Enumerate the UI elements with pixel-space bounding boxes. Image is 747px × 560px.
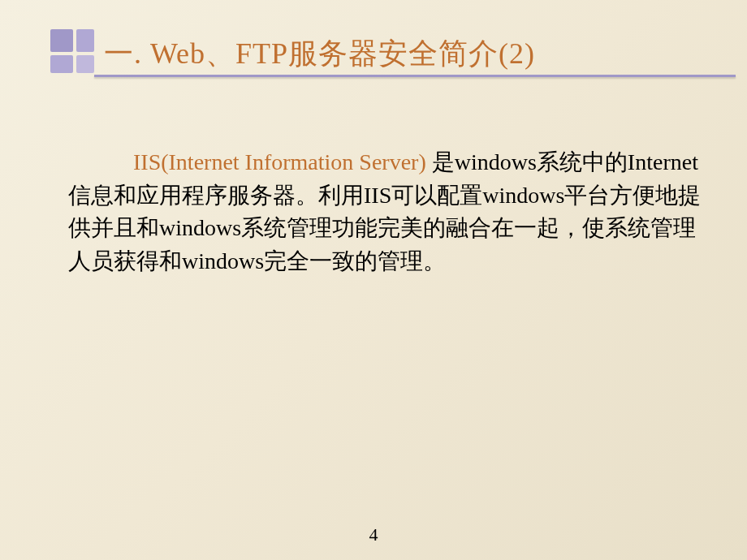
deco-square [50, 55, 73, 73]
deco-square [76, 29, 94, 52]
deco-square [76, 55, 94, 73]
decoration-squares [50, 29, 99, 78]
slide-title: 一. Web、FTP服务器安全简介(2) [104, 34, 535, 74]
body-highlight: IIS(Internet Information Server) [133, 149, 432, 174]
page-number: 4 [369, 524, 378, 545]
title-underline [94, 75, 736, 77]
deco-square [50, 29, 73, 52]
slide-header: 一. Web、FTP服务器安全简介(2) [0, 0, 747, 81]
slide-body: IIS(Internet Information Server) 是window… [68, 146, 706, 278]
